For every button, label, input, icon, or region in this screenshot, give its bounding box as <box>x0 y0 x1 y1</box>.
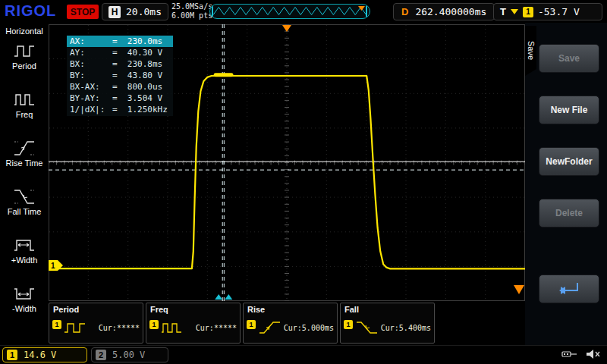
timebase-value: 20.0ms <box>126 6 162 17</box>
channel-badge: 1 <box>344 320 353 329</box>
stat-cur: Cur:5.400ms <box>381 324 431 333</box>
usb-icon <box>561 349 578 359</box>
stat-cur: Cur:5.000ms <box>284 324 334 333</box>
measurement-strip: Period 1 Cur:***** Avg:***** Max:***** M… <box>49 303 435 344</box>
d-label: D <box>401 6 408 17</box>
cursor-value: = 43.80 V <box>112 70 162 81</box>
freq-icon <box>161 320 185 335</box>
new-file-button[interactable]: New File <box>539 96 599 124</box>
cursor-row-bx: BX:= 230.8ms <box>67 58 173 70</box>
freq-icon <box>13 90 36 108</box>
measurement-name: Freq <box>150 305 168 314</box>
channel-status-bar: 1 14.6 V 2 5.00 V <box>0 345 607 364</box>
menu-item-label: Freq <box>16 110 33 119</box>
channel-1-badge: 1 <box>7 350 17 360</box>
channel-badge: 1 <box>247 320 256 329</box>
confirm-return-button[interactable] <box>539 275 599 303</box>
channel-2-scale: 5.00 V <box>112 350 145 360</box>
cursor-readout-box: AX:= 230.0ms AY:= 40.30 V BX:= 230.8ms B… <box>67 35 173 116</box>
menu-item-label: Fall Time <box>8 207 42 216</box>
menu-item-label: +Width <box>11 256 38 265</box>
cursor-value: = 3.504 V <box>112 93 162 104</box>
minus-width-icon <box>13 284 36 303</box>
measurement-name: Period <box>53 305 79 314</box>
period-icon <box>13 42 36 60</box>
return-arrow-icon <box>556 280 582 298</box>
run-state-badge[interactable]: STOP <box>67 5 99 19</box>
horizontal-timebase-group[interactable]: H 20.0ms <box>102 3 168 20</box>
measurement-box-fall[interactable]: Fall 1 Cur:5.400ms Avg:5.400ms Max:5.400… <box>340 303 435 344</box>
delete-button[interactable]: Delete <box>539 199 599 228</box>
channel-2-badge: 2 <box>96 350 106 360</box>
measure-menu-title: Horizontal <box>0 23 49 36</box>
channel-1-scale: 14.6 V <box>24 350 56 360</box>
oscilloscope-screen: RIGOL STOP H 20.0ms 25.0MSa/s 6.00M pts … <box>0 0 607 364</box>
trigger-level-value: -53.7 V <box>538 6 580 17</box>
cursor-label: 1/|dX|: <box>70 104 112 115</box>
measurement-box-freq[interactable]: Freq 1 Cur:***** Avg:***** Max:***** Min… <box>146 303 241 344</box>
h-label: H <box>109 6 121 18</box>
trigger-source-badge: 1 <box>523 7 533 17</box>
sample-rate: 25.0MSa/s <box>171 2 212 11</box>
memory-depth: 6.00M pts <box>171 11 212 20</box>
rise-time-icon <box>258 320 282 335</box>
cursor-label: AY: <box>70 47 112 58</box>
waveform-preview-strip <box>209 4 370 19</box>
measurement-name: Fall <box>344 305 359 314</box>
menu-item-period[interactable]: Period <box>0 42 49 90</box>
stat-cur: Cur:***** <box>196 324 237 333</box>
new-folder-button[interactable]: NewFolder <box>539 147 599 176</box>
cursor-value: = 40.30 V <box>112 47 162 58</box>
cursor-label: BY: <box>70 70 112 81</box>
menu-item-minus-width[interactable]: -Width <box>0 284 49 333</box>
cursor-row-by: BY:= 43.80 V <box>67 70 173 81</box>
rigol-logo: RIGOL <box>5 2 56 20</box>
channel-badge: 1 <box>52 320 61 329</box>
trigger-edge-icon <box>511 9 518 14</box>
channel-1-box[interactable]: 1 14.6 V <box>2 347 87 362</box>
cursor-row-ax: AX:= 230.0ms <box>67 36 173 47</box>
cursor-label: BY-AY: <box>70 93 112 104</box>
cursor-label: BX-AX: <box>70 81 112 93</box>
top-status-bar: RIGOL STOP H 20.0ms 25.0MSa/s 6.00M pts … <box>0 0 607 23</box>
period-icon <box>64 320 88 335</box>
save-button[interactable]: Save <box>539 44 599 73</box>
waveform-display-area: 1 AX:= 230.0ms AY:= 40.30 V BX:= 230.8ms… <box>49 24 525 301</box>
menu-item-fall-time[interactable]: Fall Time <box>0 187 49 236</box>
cursor-row-ay: AY:= 40.30 V <box>67 47 173 58</box>
cursor-value: = 230.0ms <box>112 36 162 47</box>
menu-item-label: Period <box>12 61 36 71</box>
preview-waveform-icon <box>210 5 370 18</box>
measurement-box-period[interactable]: Period 1 Cur:***** Avg:***** Max:***** M… <box>49 303 143 344</box>
fall-time-icon <box>355 320 379 335</box>
cursor-row-byay: BY-AY:= 3.504 V <box>67 93 173 104</box>
cursor-value: = 1.250kHz <box>112 104 168 115</box>
channel-badge: 1 <box>149 320 159 329</box>
softkey-menu: Save Save New File NewFolder Delete <box>525 23 607 345</box>
fall-time-icon <box>13 187 36 206</box>
rise-time-icon <box>13 139 36 157</box>
plus-width-icon <box>13 236 36 254</box>
cursor-row-freq: 1/|dX|:= 1.250kHz <box>67 104 173 115</box>
cursor-row-bxax: BX-AX:= 800.0us <box>67 81 173 93</box>
trigger-readout-group[interactable]: T 1 -53.7 V <box>493 3 602 20</box>
menu-item-label: Rise Time <box>6 158 43 168</box>
menu-item-plus-width[interactable]: +Width <box>0 236 49 284</box>
menu-item-freq[interactable]: Freq <box>0 90 49 139</box>
speaker-muted-icon <box>586 349 601 359</box>
status-icons <box>561 349 601 359</box>
cursor-value: = 800.0us <box>112 81 162 93</box>
channel-2-box[interactable]: 2 5.00 V <box>91 347 168 362</box>
delay-readout-group[interactable]: D 262.400000ms <box>393 3 495 20</box>
measurement-name: Rise <box>247 305 265 314</box>
menu-item-rise-time[interactable]: Rise Time <box>0 139 49 187</box>
measure-menu-items: Period Freq Rise Time <box>0 42 49 333</box>
acquisition-info: 25.0MSa/s 6.00M pts <box>171 2 212 20</box>
cursor-label: BX: <box>70 58 112 70</box>
cursor-label: AX: <box>70 36 112 47</box>
cursor-value: = 230.8ms <box>112 58 162 70</box>
stat-cur: Cur:***** <box>99 324 140 333</box>
measure-menu: Horizontal Period Freq R <box>0 23 49 345</box>
measurement-box-rise[interactable]: Rise 1 Cur:5.000ms Avg:5.000ms Max:5.000… <box>243 303 338 344</box>
menu-tab-save: Save <box>525 26 536 76</box>
